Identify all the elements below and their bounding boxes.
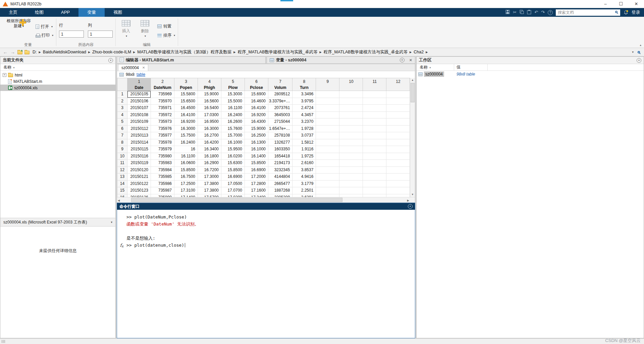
table-cell[interactable]: 16.2600	[221, 118, 245, 126]
table-cell[interactable]	[316, 153, 339, 160]
table-cell[interactable]: 16.0600	[174, 160, 198, 167]
table-cell[interactable]: 17.2800	[245, 180, 268, 187]
table-cell[interactable]: 3.3496	[292, 91, 316, 98]
table-cell[interactable]: 20150115	[127, 146, 151, 153]
table-cell[interactable]: 15.6300	[221, 160, 245, 167]
tab-variable[interactable]: 变量	[78, 8, 105, 17]
row-header[interactable]: 11	[117, 160, 127, 167]
table-cell[interactable]: 15.5800	[174, 91, 198, 98]
column-input[interactable]	[88, 31, 113, 38]
table-cell[interactable]	[339, 132, 363, 139]
panel-menu-icon[interactable]: ▾	[400, 58, 405, 62]
row-header[interactable]: 3	[117, 105, 127, 112]
table-cell[interactable]: 20150105	[127, 91, 151, 98]
variable-dock-bar[interactable]: 变量 - sz000004 ▾ ✕	[267, 56, 416, 64]
table-cell[interactable]: 15.8500	[174, 166, 198, 174]
save-icon[interactable]	[505, 10, 510, 15]
table-cell[interactable]: 2665477	[268, 180, 292, 187]
new-from-selection-button[interactable]: 根据所选内容 新建▾	[3, 18, 35, 29]
table-cell[interactable]: 15.7500	[174, 132, 198, 139]
table-cell[interactable]: 735979	[151, 146, 174, 153]
table-cell[interactable]	[386, 125, 410, 132]
command-window-body[interactable]: >> plot(DateNum,Pclose)函数或变量 'DateNum' 无…	[117, 210, 415, 338]
table-cell[interactable]: 15.6900	[245, 91, 268, 98]
table-cell[interactable]: 1.9116	[292, 146, 316, 153]
panel-menu-icon[interactable]: ▾	[637, 58, 641, 63]
table-cell[interactable]	[339, 187, 363, 194]
table-cell[interactable]	[386, 98, 410, 105]
table-cell[interactable]: 735972	[151, 111, 174, 118]
table-cell[interactable]: 20150106	[127, 98, 151, 105]
table-cell[interactable]	[363, 98, 386, 105]
row-header[interactable]: 12	[117, 166, 127, 174]
table-cell[interactable]: 15.6500	[174, 98, 198, 105]
table-cell[interactable]: 16.7200	[198, 166, 221, 174]
table-cell[interactable]: 3.8537	[292, 166, 316, 174]
table-cell[interactable]: 15.5000	[221, 98, 245, 105]
panel-menu-icon[interactable]: ▾	[108, 58, 113, 63]
column-header[interactable]: 12	[386, 78, 410, 91]
table-cell[interactable]	[363, 166, 386, 174]
table-cell[interactable]: 20150126	[127, 194, 151, 197]
table-cell[interactable]: 1.9725	[292, 153, 316, 160]
transpose-button[interactable]: 转置	[157, 23, 175, 29]
table-cell[interactable]	[316, 139, 339, 146]
breadcrumb-item[interactable]: BaiduNetdiskDownload	[42, 50, 87, 54]
table-cell[interactable]	[339, 139, 363, 146]
paste-icon[interactable]	[527, 10, 531, 15]
table-cell[interactable]: 735973	[151, 118, 174, 126]
workspace-row[interactable]: sz00000498x8 table	[417, 71, 644, 78]
table-cell[interactable]: 17.3800	[198, 180, 221, 187]
print-button[interactable]: 打印▾	[36, 33, 53, 38]
address-dropdown-icon[interactable]: ▾	[632, 50, 634, 54]
table-cell[interactable]: 3.1779	[292, 180, 316, 187]
table-cell[interactable]: 20150123	[127, 187, 151, 194]
table-cell[interactable]: 2194173	[268, 160, 292, 167]
table-cell[interactable]	[363, 139, 386, 146]
table-cell[interactable]	[363, 111, 386, 118]
notification-bell-icon[interactable]	[623, 10, 629, 15]
table-cell[interactable]: 735986	[151, 180, 174, 187]
table-cell[interactable]: 20150121	[127, 174, 151, 181]
table-cell[interactable]: 17.0700	[221, 187, 245, 194]
table-cell[interactable]: 15.9000	[245, 125, 268, 132]
table-cell[interactable]: 3.0737	[292, 132, 316, 139]
table-cell[interactable]: 735983	[151, 160, 174, 167]
table-cell[interactable]: 16.2400	[174, 139, 198, 146]
minimize-button[interactable]: –	[598, 0, 613, 8]
table-cell[interactable]: 16.2900	[198, 160, 221, 167]
vertical-scrollbar[interactable]: ▲ ▼	[410, 78, 415, 197]
table-cell[interactable]	[316, 166, 339, 174]
command-prompt[interactable]: >> plot(datenum,close)	[126, 242, 185, 250]
table-cell[interactable]: 15.8500	[221, 166, 245, 174]
table-cell[interactable]: 17.3400	[245, 194, 268, 197]
table-cell[interactable]: 16.4100	[245, 105, 268, 112]
table-cell[interactable]: 17.1400	[174, 194, 198, 197]
table-cell[interactable]	[386, 111, 410, 118]
table-cell[interactable]: 1654418	[268, 153, 292, 160]
breadcrumb-item[interactable]: Zhuo-book-code-ILM	[91, 50, 132, 54]
breadcrumb-item[interactable]: MATLAB数学建模方法与实践（第3版）程序及数据	[136, 49, 232, 55]
table-cell[interactable]: 16.2700	[198, 132, 221, 139]
table-cell[interactable]: 17.3100	[174, 187, 198, 194]
table-cell[interactable]: 16.0200	[221, 153, 245, 160]
table-cell[interactable]: 3645003	[268, 111, 292, 118]
table-cell[interactable]: 16.2400	[221, 111, 245, 118]
table-cell[interactable]	[339, 180, 363, 187]
row-header[interactable]: 16	[117, 194, 127, 197]
row-header[interactable]: 14	[117, 180, 127, 187]
row-header[interactable]: 1	[117, 91, 127, 98]
row-header[interactable]: 6	[117, 125, 127, 132]
table-cell[interactable]: 1603350	[268, 146, 292, 153]
table-cell[interactable]: 16.4200	[198, 139, 221, 146]
table-cell[interactable]: 735971	[151, 105, 174, 112]
table-cell[interactable]: 16.9200	[245, 111, 268, 118]
table-cell[interactable]	[316, 91, 339, 98]
table-cell[interactable]	[363, 180, 386, 187]
table-cell[interactable]: 2715044	[268, 118, 292, 126]
table-cell[interactable]: 20150119	[127, 160, 151, 167]
table-cell[interactable]	[363, 125, 386, 132]
row-input[interactable]	[59, 31, 84, 38]
table-cell[interactable]: 2.6160	[292, 160, 316, 167]
table-cell[interactable]	[363, 105, 386, 112]
